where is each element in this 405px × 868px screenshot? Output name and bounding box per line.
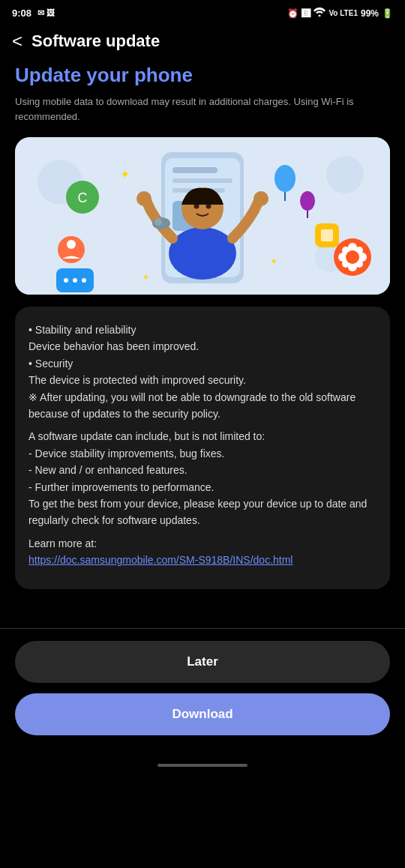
svg-point-16 <box>254 191 268 206</box>
illustration-card: C <box>15 137 390 295</box>
page-header: < Software update <box>0 23 405 64</box>
battery-icon: 🔋 <box>382 8 393 19</box>
info-line-1: • Stability and reliabilityDevice behavi… <box>28 322 376 422</box>
svg-point-25 <box>274 165 296 192</box>
main-content: Update your phone Using mobile data to d… <box>0 64 405 616</box>
svg-text:C: C <box>78 190 88 205</box>
status-left: 9:08 ✉ 🖼 <box>12 7 55 19</box>
learn-more-link[interactable]: https://doc.samsungmobile.com/SM-S918B/I… <box>28 554 292 566</box>
battery-label: 99% <box>361 8 379 19</box>
svg-point-27 <box>300 191 315 211</box>
update-title: Update your phone <box>15 64 390 87</box>
download-button[interactable]: Download <box>15 693 390 735</box>
wifi-icon <box>314 7 326 19</box>
svg-rect-30 <box>321 229 333 241</box>
page-title: Software update <box>32 31 160 51</box>
buttons-area: Later Download <box>0 641 405 758</box>
status-bar: 9:08 ✉ 🖼 ⏰ 🅱 Vo LTE1 99% 🔋 <box>0 0 405 23</box>
svg-point-43 <box>154 218 162 226</box>
svg-text:✦: ✦ <box>270 256 278 267</box>
notification-icons: ✉ 🖼 <box>38 8 55 18</box>
section-divider <box>0 628 405 629</box>
svg-point-20 <box>67 240 76 249</box>
svg-rect-7 <box>172 167 218 173</box>
svg-point-41 <box>346 250 359 264</box>
svg-point-11 <box>169 227 236 280</box>
svg-point-3 <box>326 156 364 193</box>
info-card: • Stability and reliabilityDevice behavi… <box>15 307 390 589</box>
info-line-2: A software update can include, but is no… <box>28 428 376 528</box>
status-right: ⏰ 🅱 Vo LTE1 99% 🔋 <box>287 7 393 19</box>
back-button[interactable]: < <box>12 31 22 52</box>
svg-point-15 <box>136 191 152 206</box>
later-button[interactable]: Later <box>15 641 390 683</box>
bluetooth-icon: 🅱 <box>302 8 310 19</box>
svg-text:★: ★ <box>142 273 149 281</box>
svg-text:✦: ✦ <box>120 168 130 181</box>
home-indicator <box>158 764 248 767</box>
svg-point-24 <box>82 278 86 283</box>
signal-label: Vo LTE1 <box>328 9 358 17</box>
svg-point-22 <box>64 278 68 283</box>
alarm-icon: ⏰ <box>287 8 298 19</box>
svg-rect-8 <box>172 178 232 183</box>
learn-more-label: Learn more at: https://doc.samsungmobile… <box>28 535 376 569</box>
svg-point-23 <box>73 278 77 283</box>
update-subtitle: Using mobile data to download may result… <box>15 94 390 124</box>
svg-point-0 <box>319 15 321 17</box>
time-label: 9:08 <box>12 7 32 19</box>
